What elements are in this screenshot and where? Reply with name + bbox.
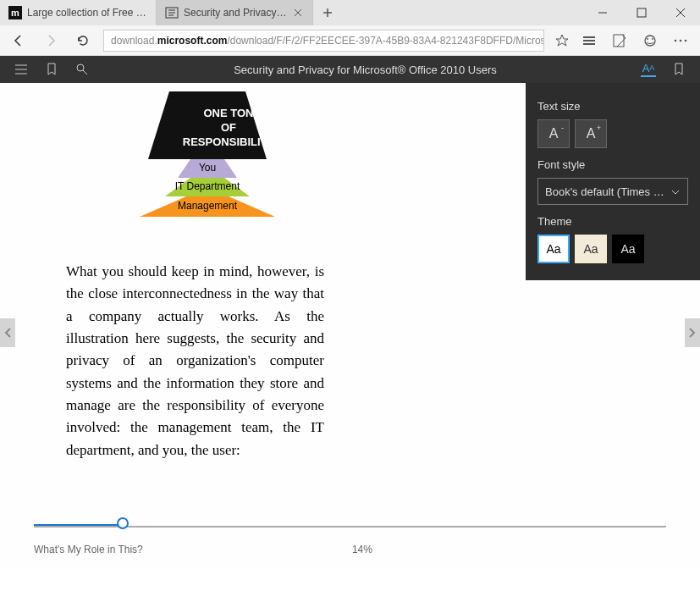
chapter-title: What's My Role in This?: [34, 544, 143, 555]
text-options-icon[interactable]: AA: [641, 62, 656, 77]
refresh-button[interactable]: [71, 29, 95, 52]
pyramid-row-you: You: [178, 159, 237, 178]
progress-track: [34, 526, 666, 527]
pyramid-row-management: Management: [140, 196, 275, 217]
prev-page-button[interactable]: [0, 318, 15, 347]
body-paragraph: What you should keep in mind, however, i…: [66, 261, 324, 461]
svg-point-28: [77, 64, 84, 71]
chevron-down-icon: [670, 185, 681, 198]
pyramid-row-it: IT Department: [165, 178, 250, 196]
reading-view-icon: [165, 6, 179, 19]
tab-label: Security and Privacy for: [184, 7, 287, 19]
navigation-bar: download.microsoft.com/download/F/F/2/FF…: [0, 25, 700, 56]
svg-line-29: [83, 70, 87, 75]
web-note-icon[interactable]: [610, 31, 629, 50]
toc-icon[interactable]: [14, 62, 29, 77]
tab-label: Large collection of Free Mic: [27, 7, 147, 19]
reading-pane: ONE TON OF RESPONSIBILITY You IT Departm…: [0, 83, 700, 566]
text-options-panel: Text size A- A+ Font style Book's defaul…: [526, 83, 700, 280]
font-style-select[interactable]: Book's default (Times New R: [537, 178, 688, 205]
maximize-button[interactable]: [622, 0, 661, 25]
theme-dark-button[interactable]: Aa: [612, 235, 644, 263]
search-icon[interactable]: [74, 62, 90, 77]
svg-point-19: [645, 36, 655, 46]
reader-toolbar: Security and Privacy for Microsoft® Offi…: [0, 56, 700, 83]
next-page-button[interactable]: [685, 318, 700, 347]
bookmarks-icon[interactable]: [44, 62, 59, 77]
new-tab-button[interactable]: [313, 0, 342, 25]
reader-title: Security and Privacy for Microsoft® Offi…: [90, 64, 641, 76]
minimize-button[interactable]: [583, 0, 622, 25]
favorite-star-icon[interactable]: [553, 31, 571, 50]
reader-left-controls: [14, 62, 90, 77]
progress-handle[interactable]: [117, 517, 129, 529]
close-window-button[interactable]: [661, 0, 700, 25]
text-size-label: Text size: [537, 100, 688, 113]
responsibility-pyramid-illustration: ONE TON OF RESPONSIBILITY You IT Departm…: [93, 91, 322, 217]
svg-rect-9: [637, 8, 646, 17]
weight-text: ONE TON OF RESPONSIBILITY: [161, 107, 296, 150]
font-style-label: Font style: [537, 158, 688, 171]
url-prefix: download.: [111, 35, 157, 47]
theme-light-button[interactable]: Aa: [537, 235, 570, 263]
svg-marker-12: [556, 35, 568, 46]
svg-point-24: [685, 39, 687, 41]
window-titlebar: m Large collection of Free Mic Security …: [0, 0, 700, 25]
back-button[interactable]: [7, 29, 30, 52]
svg-point-22: [675, 39, 677, 41]
reader-right-controls: AA: [641, 62, 686, 77]
browser-tab-2[interactable]: Security and Privacy for: [157, 0, 313, 25]
progress-slider[interactable]: [34, 522, 666, 532]
progress-fill: [34, 524, 123, 526]
increase-text-size-button[interactable]: A+: [575, 119, 607, 148]
window-controls: [583, 0, 700, 25]
toolbar-right: [580, 31, 693, 50]
address-bar[interactable]: download.microsoft.com/download/F/F/2/FF…: [103, 30, 544, 52]
url-host: microsoft.com: [157, 35, 228, 47]
svg-point-23: [680, 39, 682, 41]
more-icon[interactable]: [671, 31, 690, 50]
share-icon[interactable]: [641, 31, 659, 50]
tab-strip: m Large collection of Free Mic Security …: [0, 0, 583, 25]
font-style-value: Book's default (Times New R: [545, 185, 670, 198]
theme-label: Theme: [537, 215, 688, 228]
close-tab-icon[interactable]: [292, 7, 304, 19]
footer-info: What's My Role in This? 14%: [34, 544, 666, 555]
tab-favicon-m: m: [8, 6, 22, 19]
forward-button[interactable]: [39, 29, 63, 52]
progress-percent: 14%: [143, 544, 581, 555]
pyramid-weight-block: ONE TON OF RESPONSIBILITY: [148, 91, 267, 159]
url-path: /download/F/F/2/FF2EECEE-397A-45B9-83A4-…: [227, 35, 544, 47]
svg-point-20: [647, 38, 648, 40]
theme-sepia-button[interactable]: Aa: [575, 235, 607, 263]
browser-tab-1[interactable]: m Large collection of Free Mic: [0, 0, 157, 25]
hub-icon[interactable]: [580, 31, 598, 50]
decrease-text-size-button[interactable]: A-: [537, 119, 570, 148]
svg-point-21: [652, 38, 653, 40]
bookmark-page-icon[interactable]: [671, 62, 686, 77]
